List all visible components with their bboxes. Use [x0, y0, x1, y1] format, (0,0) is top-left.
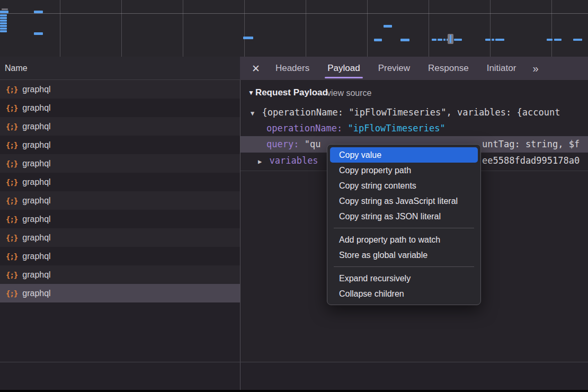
request-list: {;}graphql{;}graphql{;}graphql{;}graphql…: [0, 80, 240, 362]
overview-vertical-gridline: [306, 0, 306, 57]
json-request-icon: {;}: [6, 141, 17, 149]
request-row[interactable]: {;}graphql: [0, 247, 240, 265]
query-value-right: untTag: string, $f: [482, 136, 580, 153]
footer-divider: [0, 362, 588, 362]
request-row[interactable]: {;}graphql: [0, 154, 240, 173]
overview-request-bar: [0, 22, 7, 24]
request-name-label: graphql: [22, 159, 50, 168]
request-name-label: graphql: [22, 196, 50, 206]
request-name-label: graphql: [22, 122, 50, 131]
overview-vertical-gridline: [429, 0, 429, 57]
json-request-icon: {;}: [6, 178, 17, 186]
json-request-icon: {;}: [6, 215, 17, 224]
overview-marker-bar: [450, 35, 451, 43]
request-name-label: graphql: [22, 140, 50, 150]
variables-key: variables: [269, 155, 318, 166]
request-row[interactable]: {;}graphql: [0, 117, 240, 136]
json-request-icon: {;}: [6, 159, 17, 168]
request-row[interactable]: {;}graphql: [0, 191, 240, 210]
expanded-arrow-icon[interactable]: ▼: [251, 110, 254, 117]
overview-request-bar: [384, 25, 392, 28]
request-name-label: graphql: [22, 289, 50, 298]
json-request-icon: {;}: [6, 104, 17, 112]
tab-preview[interactable]: Preview: [378, 57, 410, 80]
menu-item-copy-string-contents[interactable]: Copy string contents: [327, 178, 480, 193]
menu-item-copy-string-as-json-literal[interactable]: Copy string as JSON literal: [327, 209, 480, 224]
more-tabs-icon[interactable]: »: [532, 63, 537, 75]
operationname-value: "ipFlowTimeseries": [348, 123, 446, 133]
name-column-header[interactable]: Name: [0, 57, 240, 80]
details-tab-bar: ✕ HeadersPayloadPreviewResponseInitiator…: [240, 57, 588, 80]
json-request-icon: {;}: [6, 252, 17, 261]
request-payload-label: Request Payload: [255, 87, 328, 97]
query-value-left: "qu: [305, 139, 321, 149]
request-name-label: graphql: [22, 215, 50, 224]
context-menu: Copy valueCopy property pathCopy string …: [327, 144, 481, 305]
request-name-label: graphql: [22, 233, 50, 243]
request-name-label: graphql: [22, 270, 50, 280]
overview-request-bar: [454, 39, 462, 41]
overview-request-bar: [492, 39, 494, 41]
root-object-preview: {operationName: "ipFlowTimeseries", vari…: [262, 107, 560, 118]
overview-vertical-gridline: [183, 0, 183, 57]
json-request-icon: {;}: [6, 85, 17, 94]
overview-vertical-gridline: [121, 0, 122, 57]
collapsed-arrow-icon[interactable]: ▶: [258, 158, 262, 165]
overview-request-bar: [374, 39, 382, 41]
json-request-icon: {;}: [6, 289, 17, 298]
request-row[interactable]: {;}graphql: [0, 284, 240, 302]
overview-request-bar: [0, 30, 7, 32]
devtools-network-panel: Name ✕ HeadersPayloadPreviewResponseInit…: [0, 0, 588, 392]
menu-item-collapse-children[interactable]: Collapse children: [327, 286, 480, 301]
tree-row-operationname[interactable]: operationName: "ipFlowTimeseries": [240, 120, 588, 136]
overview-request-bar: [438, 39, 442, 41]
request-row[interactable]: {;}graphql: [0, 210, 240, 228]
menu-item-copy-property-path[interactable]: Copy property path: [327, 163, 480, 178]
menu-item-expand-recursively[interactable]: Expand recursively: [327, 271, 480, 286]
request-row[interactable]: {;}graphql: [0, 173, 240, 191]
overview-request-bar: [0, 14, 7, 16]
overview-request-bar: [573, 39, 582, 41]
tree-row-root[interactable]: ▼ {operationName: "ipFlowTimeseries", va…: [240, 104, 588, 120]
request-payload-section-title[interactable]: ▼Request Payload: [248, 87, 328, 98]
overview-request-bar: [495, 39, 504, 41]
network-overview-timeline[interactable]: [0, 0, 588, 57]
view-source-link[interactable]: view source: [327, 88, 371, 98]
overview-vertical-gridline: [367, 0, 368, 57]
overview-request-bar: [554, 39, 562, 41]
request-row[interactable]: {;}graphql: [0, 265, 240, 284]
request-row[interactable]: {;}graphql: [0, 136, 240, 154]
overview-request-bar: [547, 39, 553, 41]
window-bottom-edge: [0, 390, 588, 392]
overview-request-bar: [0, 25, 7, 27]
overview-request-bar: [0, 28, 7, 30]
overview-vertical-gridline: [551, 0, 552, 57]
overview-request-bar: [443, 39, 446, 41]
json-request-icon: {;}: [6, 234, 17, 242]
overview-request-bar: [400, 39, 409, 41]
json-request-icon: {;}: [6, 122, 17, 131]
menu-item-copy-value[interactable]: Copy value: [330, 147, 478, 163]
overview-vertical-gridline: [490, 0, 491, 57]
menu-item-copy-string-as-javascript-literal[interactable]: Copy string as JavaScript literal: [327, 193, 480, 209]
overview-request-bar: [485, 39, 491, 41]
menu-item-add-property-path-to-watch[interactable]: Add property path to watch: [327, 232, 480, 247]
request-row[interactable]: {;}graphql: [0, 80, 240, 99]
overview-request-bar: [243, 37, 253, 39]
overview-horizontal-gridline: [0, 13, 588, 14]
overview-request-bar: [0, 11, 8, 13]
tab-initiator[interactable]: Initiator: [487, 57, 516, 80]
menu-divider: [334, 228, 474, 228]
operationname-key: operationName:: [266, 123, 342, 133]
disclosure-triangle-icon[interactable]: ▼: [248, 89, 254, 96]
request-row[interactable]: {;}graphql: [0, 99, 240, 117]
close-details-icon[interactable]: ✕: [252, 63, 260, 75]
json-request-icon: {;}: [6, 197, 17, 205]
tab-payload[interactable]: Payload: [327, 57, 360, 80]
request-name-label: graphql: [22, 103, 50, 113]
tab-response[interactable]: Response: [428, 57, 469, 80]
request-row[interactable]: {;}graphql: [0, 228, 240, 247]
menu-item-store-as-global-variable[interactable]: Store as global variable: [327, 247, 480, 263]
overview-request-bar: [0, 17, 7, 19]
tab-headers[interactable]: Headers: [275, 57, 309, 80]
